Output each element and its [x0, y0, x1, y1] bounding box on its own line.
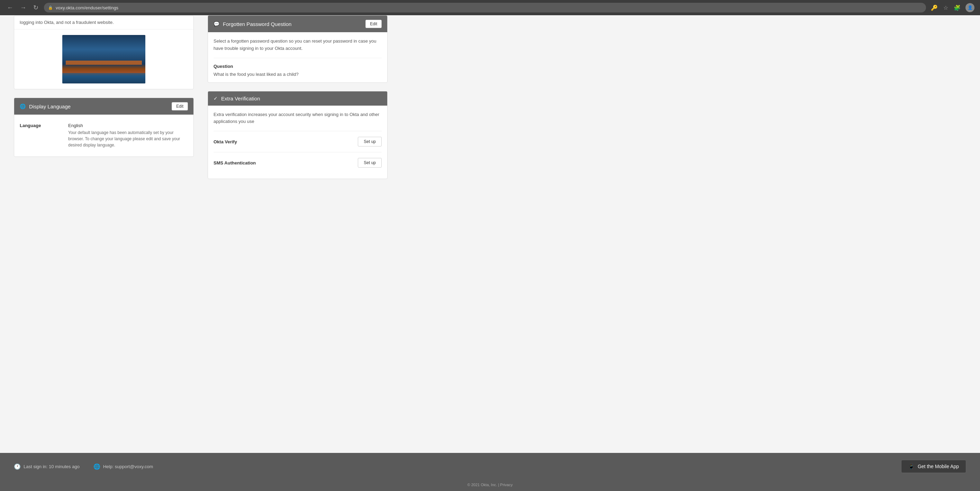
extra-verification-title: Extra Verification: [221, 96, 260, 102]
sms-auth-label: SMS Authentication: [213, 160, 256, 166]
page-content: logging into Okta, and not a fraudulent …: [0, 15, 980, 453]
extra-verification-description: Extra verification increases your accoun…: [213, 111, 382, 132]
back-button[interactable]: ←: [6, 3, 14, 12]
extra-verification-header: ✓ Extra Verification: [208, 91, 387, 105]
right-column: 💬 Forgotten Password Question Edit Selec…: [208, 15, 388, 439]
forward-button[interactable]: →: [19, 3, 28, 12]
sms-auth-setup-button[interactable]: Set up: [358, 158, 382, 167]
language-value: English: [68, 123, 188, 128]
browser-chrome: ← → ↻ 🔒 voxy.okta.com/enduser/settings 🔑…: [0, 0, 980, 15]
clock-icon: 🕐: [14, 463, 21, 470]
chat-icon: 💬: [213, 21, 220, 27]
okta-verify-setup-button[interactable]: Set up: [358, 137, 382, 147]
forgotten-password-edit-button[interactable]: Edit: [366, 20, 382, 28]
bridge-image: [62, 35, 145, 83]
address-bar[interactable]: 🔒 voxy.okta.com/enduser/settings: [44, 3, 926, 13]
forgotten-password-header-left: 💬 Forgotten Password Question: [213, 21, 291, 27]
extra-verification-card: ✓ Extra Verification Extra verification …: [208, 91, 388, 179]
extension-icon[interactable]: 🧩: [953, 4, 961, 12]
display-language-header-left: 🌐 Display Language: [20, 104, 71, 109]
help-globe-icon: 🌐: [94, 463, 100, 470]
question-value: What is the food you least liked as a ch…: [213, 72, 382, 77]
extra-verification-body: Extra verification increases your accoun…: [208, 105, 387, 179]
forgotten-password-title: Forgotten Password Question: [223, 21, 291, 27]
display-language-card: 🌐 Display Language Edit Language English…: [14, 98, 194, 157]
star-icon[interactable]: ☆: [943, 4, 949, 12]
okta-verify-item: Okta Verify Set up: [213, 131, 382, 152]
forgotten-password-card: 💬 Forgotten Password Question Edit Selec…: [208, 15, 388, 83]
globe-icon: 🌐: [20, 104, 25, 109]
okta-verify-label: Okta Verify: [213, 139, 237, 144]
question-section: Question What is the food you least like…: [213, 58, 382, 77]
help-text: Help: support@voxy.com: [103, 464, 153, 469]
reload-button[interactable]: ↻: [32, 3, 40, 12]
footer-bottom: © 2021 Okta, Inc. | Privacy: [0, 480, 980, 491]
display-language-header: 🌐 Display Language Edit: [14, 98, 193, 115]
copyright-text: © 2021 Okta, Inc.: [468, 483, 497, 487]
footer-left: 🕐 Last sign in: 10 minutes ago 🌐 Help: s…: [14, 463, 153, 470]
browser-actions: 🔑 ☆ 🧩 👤: [930, 3, 974, 12]
footer: 🕐 Last sign in: 10 minutes ago 🌐 Help: s…: [0, 453, 980, 480]
mobile-app-label: Get the Mobile App: [918, 464, 959, 469]
left-column: logging into Okta, and not a fraudulent …: [14, 15, 194, 439]
sms-auth-item: SMS Authentication Set up: [213, 152, 382, 173]
url-text: voxy.okta.com/enduser/settings: [56, 5, 118, 10]
partial-card-text: logging into Okta, and not a fraudulent …: [14, 16, 193, 29]
mobile-app-button[interactable]: 📱 Get the Mobile App: [901, 460, 966, 473]
help-item: 🌐 Help: support@voxy.com: [94, 463, 153, 470]
privacy-link[interactable]: Privacy: [500, 483, 512, 487]
last-sign-in-item: 🕐 Last sign in: 10 minutes ago: [14, 463, 80, 470]
lock-icon: 🔒: [48, 6, 53, 10]
display-language-body: Language English Your default language h…: [14, 115, 193, 156]
display-language-edit-button[interactable]: Edit: [172, 102, 188, 110]
question-label: Question: [213, 64, 382, 69]
forgotten-password-header: 💬 Forgotten Password Question Edit: [208, 16, 387, 32]
forgotten-password-body: Select a forgotten password question so …: [208, 32, 387, 83]
checkmark-icon: ✓: [213, 96, 218, 101]
mobile-icon: 📱: [908, 464, 914, 469]
bridge-image-container: [14, 29, 193, 89]
language-label: Language: [20, 123, 54, 128]
language-value-container: English Your default language has been a…: [68, 123, 188, 148]
avatar[interactable]: 👤: [966, 3, 974, 12]
last-sign-in-text: Last sign in: 10 minutes ago: [24, 464, 80, 469]
language-hint: Your default language has been automatic…: [68, 129, 188, 148]
display-language-title: Display Language: [29, 104, 71, 109]
key-icon[interactable]: 🔑: [930, 4, 939, 12]
security-image-card: logging into Okta, and not a fraudulent …: [14, 15, 194, 89]
forgotten-password-description: Select a forgotten password question so …: [213, 38, 382, 58]
language-row: Language English Your default language h…: [20, 120, 188, 151]
